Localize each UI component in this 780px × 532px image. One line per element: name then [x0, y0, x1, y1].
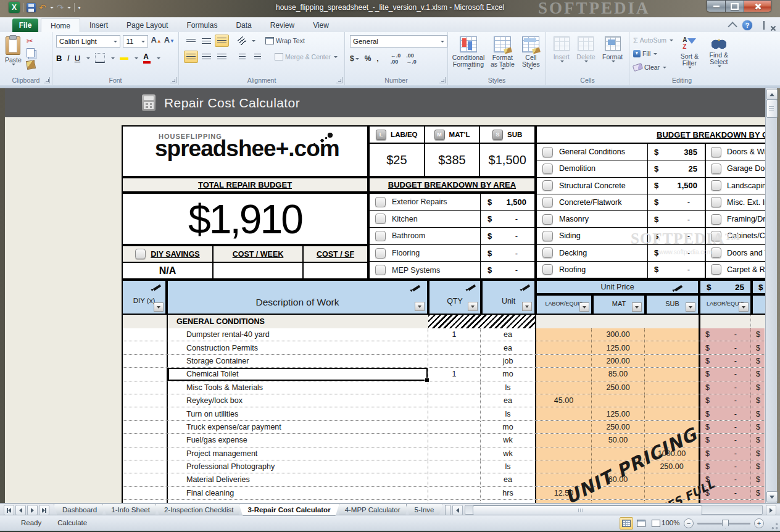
zoom-slider-thumb[interactable]	[722, 520, 729, 529]
tab-split-handle[interactable]	[445, 505, 450, 515]
description-cell[interactable]: Construction Permits	[167, 341, 428, 354]
unit-cell[interactable]: wk	[481, 434, 535, 446]
checkbox-icon[interactable]	[375, 197, 386, 207]
description-cell[interactable]: Truck expense/car payment	[167, 421, 428, 433]
scroll-down-button[interactable]	[766, 491, 778, 502]
clear-button[interactable]: Clear	[633, 62, 673, 73]
partial-total-cell[interactable]: $	[751, 407, 765, 420]
checkbox-icon[interactable]	[711, 180, 721, 191]
qty-cell[interactable]	[428, 421, 481, 433]
category-left-cell[interactable]: Structural Concrete	[537, 178, 647, 194]
diy-checkbox[interactable]	[135, 249, 146, 259]
category-left-cell[interactable]: Masonry	[537, 211, 647, 227]
labor-price-cell[interactable]	[535, 434, 592, 446]
labor-total-cell[interactable]: $-	[699, 421, 751, 433]
qty-cell[interactable]	[428, 341, 481, 354]
partial-total-cell[interactable]: $	[751, 394, 765, 407]
partial-total-cell[interactable]: $	[751, 487, 765, 499]
category-value-cell[interactable]: $-	[647, 262, 705, 278]
sub-price-cell[interactable]	[645, 434, 699, 446]
clipboard-dialog-launcher[interactable]	[44, 77, 50, 83]
page-layout-view-button[interactable]	[634, 517, 648, 530]
diy-cell[interactable]	[123, 355, 167, 367]
header-unit-price[interactable]: Unit Price	[536, 280, 699, 294]
hscroll-right-button[interactable]	[766, 505, 776, 515]
category-value-cell[interactable]: $1,500	[647, 178, 705, 194]
sub-price-cell[interactable]	[645, 473, 699, 486]
diy-cell[interactable]	[123, 434, 167, 446]
checkbox-icon[interactable]	[375, 265, 386, 275]
cost-key-mat-l[interactable]: MMAT'L	[424, 127, 479, 143]
sub-price-cell[interactable]	[645, 394, 699, 407]
qty-cell[interactable]	[428, 473, 481, 486]
font-color-button[interactable]: A	[143, 52, 151, 64]
sub-price-cell[interactable]	[645, 341, 699, 354]
section-partial-cell[interactable]	[751, 315, 765, 328]
zoom-out-button[interactable]: −	[684, 518, 694, 528]
format-as-table-button[interactable]: Format as Table	[487, 35, 518, 73]
borders-button[interactable]	[95, 53, 105, 63]
partial-total-cell[interactable]: $	[751, 355, 765, 367]
checkbox-icon[interactable]	[711, 197, 721, 207]
first-sheet-button[interactable]	[4, 505, 14, 515]
category-right-cell[interactable]: Carpet & Refinish	[705, 262, 765, 278]
checkbox-icon[interactable]	[542, 264, 553, 275]
labor-total-cell[interactable]: $-	[699, 487, 751, 499]
area-value[interactable]: $-	[480, 211, 534, 228]
area-label[interactable]: Bathroom	[370, 231, 480, 241]
ribbon-tab-home[interactable]: Home	[41, 19, 80, 32]
decrease-decimal-button[interactable]: .00→.0	[406, 52, 417, 65]
category-left-cell[interactable]: Decking	[537, 245, 647, 261]
diy-cell[interactable]	[123, 368, 167, 380]
description-cell[interactable]: Reykey/lock box	[167, 394, 428, 407]
collapse-ribbon-icon[interactable]	[728, 22, 737, 31]
diy-cell[interactable]	[123, 460, 167, 473]
category-right-cell[interactable]: Garage Doors	[705, 160, 765, 177]
horizontal-scroll-thumb[interactable]	[473, 505, 702, 515]
description-cell[interactable]: Misc Tools & Materials	[167, 381, 428, 394]
labor-price-cell[interactable]	[535, 460, 592, 473]
header-unit-column[interactable]: Unit	[481, 280, 536, 315]
labor-total-cell[interactable]: $-	[699, 460, 751, 473]
checkbox-icon[interactable]	[542, 147, 553, 157]
partial-total-cell[interactable]: $	[751, 421, 765, 433]
alignment-dialog-launcher[interactable]	[336, 77, 342, 83]
description-cell[interactable]: Material Deliveries	[167, 473, 428, 486]
file-tab[interactable]: File	[12, 19, 38, 32]
ribbon-tab-formulas[interactable]: Formulas	[177, 19, 226, 32]
increase-indent-button[interactable]	[251, 51, 265, 63]
percent-style-button[interactable]: %	[365, 54, 371, 63]
header-labor-equip[interactable]: LABOR/EQUIP	[536, 294, 592, 315]
checkbox-icon[interactable]	[711, 147, 721, 157]
wrap-text-button[interactable]: Wrap Text	[265, 35, 305, 47]
qty-cell[interactable]	[428, 394, 481, 407]
ribbon-tab-data[interactable]: Data	[226, 19, 260, 32]
checkbox-icon[interactable]	[711, 247, 721, 258]
shrink-font-button[interactable]: A▼	[164, 35, 175, 48]
mat-price-cell[interactable]	[592, 394, 645, 407]
labor-price-cell[interactable]	[535, 368, 592, 380]
section-total-cell[interactable]	[699, 315, 751, 328]
category-right-cell[interactable]: Landscaping	[705, 178, 765, 194]
description-cell[interactable]: Fuel/gas expense	[167, 434, 428, 446]
mat-price-cell[interactable]: 85.00	[592, 368, 645, 380]
ribbon-tab-review[interactable]: Review	[261, 19, 304, 32]
filter-button[interactable]	[686, 302, 695, 312]
partial-total-cell[interactable]: $	[751, 341, 765, 354]
find-select-button[interactable]: Find & Select	[706, 35, 732, 73]
area-breakdown-header[interactable]: BUDGET BREAKDOWN BY AREA	[368, 177, 536, 193]
align-center-button[interactable]	[199, 51, 214, 63]
unit-cell[interactable]: hrs	[481, 487, 535, 499]
italic-button[interactable]: I	[67, 53, 69, 63]
area-label[interactable]: Kitchen	[370, 214, 480, 224]
diy-cell[interactable]	[123, 394, 167, 407]
close-button[interactable]	[744, 0, 771, 12]
section-price-cells[interactable]	[535, 315, 699, 328]
checkbox-icon[interactable]	[542, 247, 553, 258]
labor-price-cell[interactable]	[535, 447, 592, 460]
checkbox-icon[interactable]	[542, 231, 553, 241]
qty-cell[interactable]	[428, 447, 481, 460]
category-left-cell[interactable]: Demolition	[537, 160, 647, 177]
cost-key-value-mat-l[interactable]: $385	[424, 144, 479, 176]
category-value-cell[interactable]: $-	[647, 211, 705, 227]
